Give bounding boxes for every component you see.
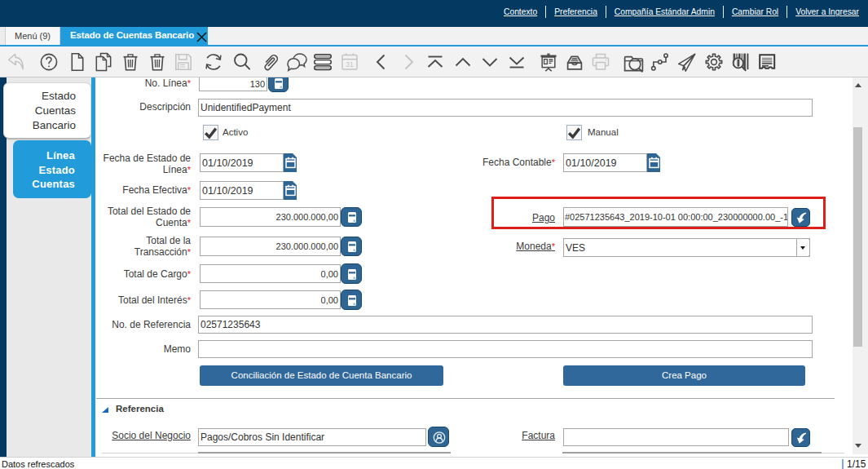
svg-text:31: 31 (346, 60, 354, 69)
